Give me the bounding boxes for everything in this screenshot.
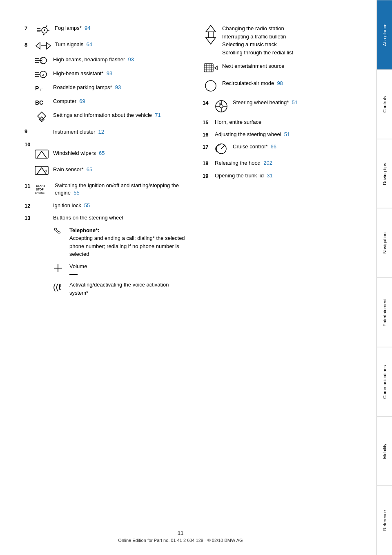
- svg-line-29: [37, 151, 42, 158]
- svg-text:STOP: STOP: [36, 188, 44, 191]
- svg-line-4: [46, 25, 47, 27]
- two-column-layout: 7 ✦ Fog lamps* 94: [24, 25, 364, 301]
- volume-plus-icon: [50, 262, 66, 274]
- item-7: 7 ✦ Fog lamps* 94: [24, 25, 186, 36]
- recirculated-air-icon: [203, 79, 219, 92]
- sidebar-tab-at-a-glance[interactable]: At a glance: [377, 0, 392, 69]
- fog-lamp-icon: ✦: [35, 25, 51, 36]
- item-10: 10: [24, 141, 186, 148]
- svg-marker-51: [215, 66, 217, 69]
- item-16: 16 Adjusting the steering wheel 51: [203, 131, 364, 138]
- item-number-11: 11: [24, 182, 33, 189]
- sidebar-tab-controls[interactable]: Controls: [377, 69, 392, 139]
- page-container: 7 ✦ Fog lamps* 94: [0, 0, 392, 555]
- svg-point-6: [44, 29, 45, 31]
- footer-text: Online Edition for Part no. 01 41 2 604 …: [0, 538, 361, 543]
- svg-marker-26: [38, 112, 46, 120]
- svg-point-54: [220, 105, 223, 108]
- svg-text:ENGINE: ENGINE: [35, 192, 45, 194]
- svg-text:A: A: [42, 73, 44, 77]
- high-beam-icon: [33, 56, 50, 65]
- right-sidebar: At a glance Controls Driving tips Naviga…: [376, 0, 392, 555]
- rain-sensor-text: Rain sensor* 65: [53, 166, 186, 174]
- item-computer: BC Computer 69: [24, 97, 186, 107]
- item-19: 19 Opening the trunk lid 31: [203, 172, 364, 179]
- item-parking-lamp: P ⊏ Roadside parking lamps* 93: [24, 83, 186, 93]
- svg-text:BC: BC: [35, 99, 43, 106]
- sidebar-tab-driving-tips[interactable]: Driving tips: [377, 139, 392, 208]
- computer-bc-icon: BC: [33, 97, 50, 107]
- item-rain-sensor: A Rain sensor* 65: [24, 166, 186, 178]
- svg-point-52: [205, 81, 216, 91]
- item-number-12: 12: [24, 202, 33, 209]
- sidebar-tab-entertainment[interactable]: Entertainment: [377, 278, 392, 347]
- next-source-icon: [203, 62, 219, 74]
- page-number: 11: [0, 530, 361, 536]
- item-voice: ((ℓ Activating/deactivating the voice ac…: [24, 281, 186, 297]
- item-18: 18 Releasing the hood 202: [203, 159, 364, 167]
- item-8: 8 Turn signals 64: [24, 41, 186, 51]
- item-9: 9 Instrument cluster 12: [24, 128, 186, 136]
- svg-line-17: [41, 62, 42, 63]
- right-column: Changing the radio station Interrupting …: [198, 25, 364, 301]
- svg-marker-43: [206, 32, 216, 44]
- start-stop-icon: START STOP ENGINE: [35, 182, 51, 194]
- item-12: 12 Ignition lock 55: [24, 202, 186, 209]
- item-high-beam: High beams, headlamp flasher 93: [24, 56, 186, 65]
- main-content: 7 ✦ Fog lamps* 94: [0, 0, 376, 555]
- item-number-16: 16: [203, 131, 212, 138]
- svg-text:A: A: [44, 169, 47, 173]
- sidebar-tab-reference[interactable]: Reference: [377, 486, 392, 555]
- item-7-text: Fog lamps* 94: [55, 25, 186, 32]
- cruise-control-icon: [213, 143, 229, 154]
- sidebar-tab-mobility[interactable]: Mobility: [377, 416, 392, 486]
- voice-text: Activating/deactivating the voice activa…: [69, 281, 186, 297]
- high-beam-text: High beams, headlamp flasher 93: [53, 56, 186, 64]
- svg-line-32: [37, 168, 42, 175]
- high-beam-assistant-text: High-beam assistant* 93: [53, 69, 186, 78]
- item-number-7: 7: [24, 25, 33, 31]
- turn-signal-icon: [35, 41, 51, 51]
- volume-text: Volume: [69, 262, 87, 271]
- item-recirculated-air: Recirculated-air mode 98: [203, 79, 364, 92]
- item-number-14: 14: [203, 99, 212, 106]
- settings-icon: [33, 111, 50, 123]
- svg-text:⊏: ⊏: [40, 87, 43, 92]
- item-number-19: 19: [203, 172, 212, 179]
- svg-marker-9: [47, 43, 51, 49]
- svg-text:✦: ✦: [42, 33, 45, 36]
- item-9-text: Instrument cluster 12: [35, 128, 186, 136]
- radio-station-text: Changing the radio station Interrupting …: [222, 25, 364, 56]
- svg-text:((ℓ: ((ℓ: [53, 282, 61, 291]
- svg-text:|||: |||: [219, 102, 221, 105]
- item-12-text: Ignition lock 55: [35, 202, 186, 209]
- next-source-text: Next entertainment source: [222, 62, 364, 70]
- item-11: 11 START STOP ENGINE Switching the ignit…: [24, 182, 186, 197]
- item-high-beam-assistant: A High-beam assistant* 93: [24, 69, 186, 79]
- item-13: 13 Buttons on the steering wheel: [24, 214, 186, 222]
- svg-line-16: [41, 58, 42, 59]
- item-volume: Volume: [24, 262, 186, 277]
- item-settings: Settings and information about the vehic…: [24, 111, 186, 123]
- item-17: 17 Cruise control* 66: [203, 143, 364, 154]
- voice-icon: ((ℓ: [50, 281, 66, 292]
- item-number-13: 13: [24, 214, 33, 221]
- sidebar-tab-communications[interactable]: Communications: [377, 347, 392, 416]
- settings-text: Settings and information about the vehic…: [53, 111, 186, 119]
- parking-lamp-icon: P ⊏: [33, 83, 50, 93]
- computer-text: Computer 69: [53, 97, 186, 105]
- item-radio-station: Changing the radio station Interrupting …: [203, 25, 364, 56]
- item-17-text: Cruise control* 66: [233, 143, 364, 150]
- item-number-10: 10: [24, 141, 33, 148]
- steering-wheel-heating-icon: |||: [213, 99, 229, 114]
- item-19-text: Opening the trunk lid 31: [213, 172, 364, 179]
- svg-marker-42: [206, 25, 216, 38]
- item-11-text: Switching the ignition on/off and starti…: [55, 182, 186, 197]
- telephone-icon: [50, 226, 66, 238]
- svg-marker-27: [39, 117, 44, 122]
- recirculated-air-text: Recirculated-air mode 98: [222, 79, 364, 87]
- sidebar-tab-navigation[interactable]: Navigation: [377, 208, 392, 278]
- minus-row: [69, 273, 87, 277]
- item-18-text: Releasing the hood 202: [213, 159, 364, 167]
- high-beam-assistant-icon: A: [33, 69, 50, 79]
